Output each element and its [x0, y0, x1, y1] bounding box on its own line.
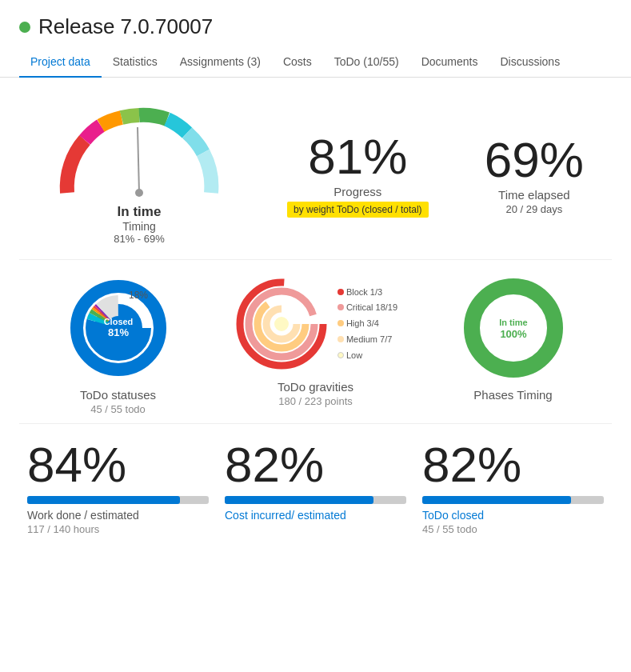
gravity-item-low: Low [337, 348, 397, 364]
bottom-stats-row: 84% Work done / estimated 117 / 140 hour… [19, 424, 612, 543]
tab-assignments[interactable]: Assignments (3) [169, 47, 272, 78]
gravity-item-block: Block 1/3 [337, 285, 397, 301]
gauge-range: 81% - 69% [114, 233, 165, 245]
todo-statuses-sub: 45 / 55 todo [90, 403, 146, 415]
gauge-label: Timing [114, 220, 165, 233]
tab-project-data[interactable]: Project data [19, 47, 102, 78]
todo-closed-label[interactable]: ToDo closed [422, 509, 604, 522]
phases-donut: In time 100% [461, 276, 565, 380]
work-done-bar-fill [27, 496, 180, 504]
gravity-item-critical: Critical 18/19 [337, 300, 397, 316]
work-done-value: 84% [27, 440, 209, 490]
progress-value: 81% [287, 132, 429, 182]
todo-statuses-chart: Closed 81% 18% ToDo statuses 45 / 55 tod… [19, 276, 217, 415]
todo-closed-bar-fill [422, 496, 571, 504]
work-done-sub: 117 / 140 hours [27, 523, 209, 535]
time-elapsed-label: Time elapsed [485, 188, 584, 202]
todo-closed-stat: 82% ToDo closed 45 / 55 todo [414, 440, 612, 535]
time-elapsed-value: 69% [485, 135, 584, 185]
progress-label: Progress [287, 185, 429, 198]
cost-incurred-bar [225, 496, 406, 504]
todo-closed-value: 82% [422, 440, 604, 490]
gravity-item-high: High 3/4 [337, 316, 397, 332]
todo-gravities-visual: Block 1/3 Critical 18/19 High 3/4 Medium… [234, 276, 397, 372]
todo-statuses-title: ToDo statuses [80, 388, 156, 402]
status-dot [19, 22, 30, 33]
todo-closed-sub: 45 / 55 todo [422, 523, 604, 535]
tab-costs[interactable]: Costs [272, 47, 323, 78]
todo-closed-bar [422, 496, 604, 504]
gravity-item-medium: Medium 7/7 [337, 332, 397, 348]
progress-badge: by weight ToDo (closed / total) [287, 202, 429, 218]
svg-text:81%: 81% [107, 326, 128, 338]
right-metrics: 81% Progress by weight ToDo (closed / to… [259, 132, 612, 218]
gauge-labels: In time Timing 81% - 69% [114, 204, 165, 245]
work-done-label: Work done / estimated [27, 509, 209, 522]
cost-incurred-stat: 82% Cost incurred/ estimated [217, 440, 414, 535]
svg-line-0 [138, 127, 139, 193]
progress-metric: 81% Progress by weight ToDo (closed / to… [287, 132, 429, 218]
phases-timing-chart: In time 100% Phases Timing [414, 276, 612, 415]
tab-todo[interactable]: ToDo (10/55) [323, 47, 410, 78]
cost-incurred-value: 82% [225, 440, 406, 490]
svg-point-1 [135, 189, 143, 197]
tab-documents[interactable]: Documents [410, 47, 489, 78]
gravity-legend: Block 1/3 Critical 18/19 High 3/4 Medium… [337, 285, 397, 364]
cost-incurred-label[interactable]: Cost incurred/ estimated [225, 509, 406, 522]
work-done-bar [27, 496, 209, 504]
svg-text:100%: 100% [500, 328, 527, 340]
time-elapsed-sub: 20 / 29 days [485, 203, 584, 215]
phases-timing-title: Phases Timing [473, 388, 552, 402]
cost-incurred-bar-fill [225, 496, 373, 504]
todo-gravities-title: ToDo gravities [278, 380, 353, 394]
svg-text:18%: 18% [128, 290, 147, 301]
page-header: Release 7.0.70007 [0, 0, 631, 44]
page-title: Release 7.0.70007 [38, 14, 213, 39]
tab-statistics[interactable]: Statistics [102, 47, 169, 78]
timing-gauge [51, 105, 227, 201]
svg-point-19 [275, 318, 288, 330]
todo-gravities-chart: Block 1/3 Critical 18/19 High 3/4 Medium… [217, 276, 414, 415]
top-metrics-row: In time Timing 81% - 69% 81% Progress by… [19, 90, 612, 260]
gauge-status: In time [114, 204, 165, 220]
svg-text:Closed: Closed [103, 317, 133, 326]
tab-discussions[interactable]: Discussions [489, 47, 571, 78]
svg-text:In time: In time [499, 318, 527, 327]
mid-charts-row: Closed 81% 18% ToDo statuses 45 / 55 tod… [19, 260, 612, 424]
gauge-section: In time Timing 81% - 69% [19, 105, 259, 245]
time-elapsed-metric: 69% Time elapsed 20 / 29 days [485, 135, 584, 215]
tab-nav: Project data Statistics Assignments (3) … [0, 47, 631, 78]
todo-gravities-sub: 180 / 223 points [278, 395, 353, 407]
todo-statuses-donut: Closed 81% 18% [66, 276, 170, 380]
main-content: In time Timing 81% - 69% 81% Progress by… [0, 78, 631, 556]
work-done-stat: 84% Work done / estimated 117 / 140 hour… [19, 440, 217, 535]
